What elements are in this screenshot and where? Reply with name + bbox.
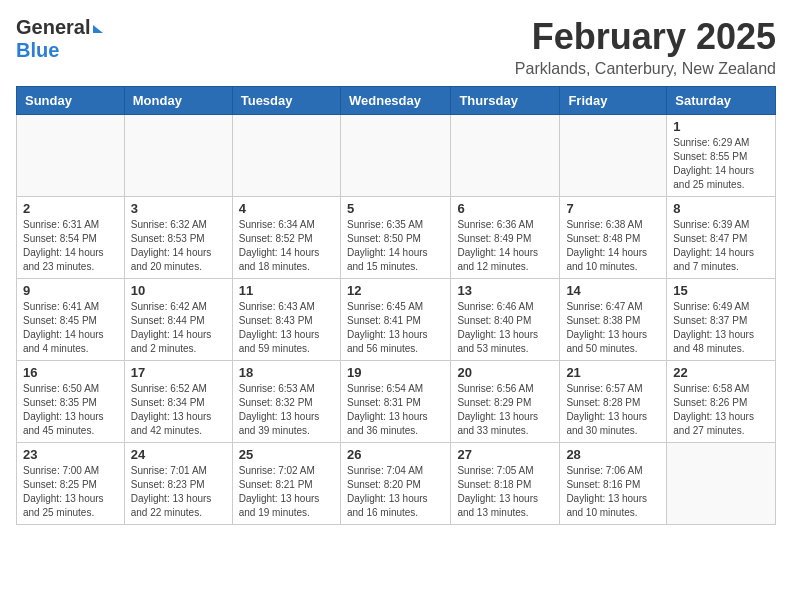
day-info: Sunrise: 6:54 AM Sunset: 8:31 PM Dayligh…	[347, 382, 444, 438]
day-info: Sunrise: 6:50 AM Sunset: 8:35 PM Dayligh…	[23, 382, 118, 438]
day-number: 3	[131, 201, 226, 216]
day-info: Sunrise: 6:57 AM Sunset: 8:28 PM Dayligh…	[566, 382, 660, 438]
logo-text: General Blue	[16, 16, 103, 62]
location-title: Parklands, Canterbury, New Zealand	[515, 60, 776, 78]
table-row	[451, 115, 560, 197]
table-row: 6Sunrise: 6:36 AM Sunset: 8:49 PM Daylig…	[451, 197, 560, 279]
table-row: 28Sunrise: 7:06 AM Sunset: 8:16 PM Dayli…	[560, 443, 667, 525]
day-number: 5	[347, 201, 444, 216]
day-info: Sunrise: 7:05 AM Sunset: 8:18 PM Dayligh…	[457, 464, 553, 520]
table-row: 8Sunrise: 6:39 AM Sunset: 8:47 PM Daylig…	[667, 197, 776, 279]
day-number: 12	[347, 283, 444, 298]
table-row: 5Sunrise: 6:35 AM Sunset: 8:50 PM Daylig…	[340, 197, 450, 279]
day-number: 22	[673, 365, 769, 380]
table-row: 26Sunrise: 7:04 AM Sunset: 8:20 PM Dayli…	[340, 443, 450, 525]
table-row: 2Sunrise: 6:31 AM Sunset: 8:54 PM Daylig…	[17, 197, 125, 279]
day-info: Sunrise: 6:36 AM Sunset: 8:49 PM Dayligh…	[457, 218, 553, 274]
header-thursday: Thursday	[451, 87, 560, 115]
day-number: 7	[566, 201, 660, 216]
day-info: Sunrise: 6:46 AM Sunset: 8:40 PM Dayligh…	[457, 300, 553, 356]
day-number: 19	[347, 365, 444, 380]
day-number: 16	[23, 365, 118, 380]
day-info: Sunrise: 6:38 AM Sunset: 8:48 PM Dayligh…	[566, 218, 660, 274]
table-row: 21Sunrise: 6:57 AM Sunset: 8:28 PM Dayli…	[560, 361, 667, 443]
day-info: Sunrise: 7:02 AM Sunset: 8:21 PM Dayligh…	[239, 464, 334, 520]
logo-blue: Blue	[16, 39, 103, 62]
day-number: 10	[131, 283, 226, 298]
table-row: 22Sunrise: 6:58 AM Sunset: 8:26 PM Dayli…	[667, 361, 776, 443]
table-row	[560, 115, 667, 197]
day-number: 25	[239, 447, 334, 462]
table-row: 9Sunrise: 6:41 AM Sunset: 8:45 PM Daylig…	[17, 279, 125, 361]
table-row: 1Sunrise: 6:29 AM Sunset: 8:55 PM Daylig…	[667, 115, 776, 197]
month-title: February 2025	[515, 16, 776, 58]
calendar-week-row: 16Sunrise: 6:50 AM Sunset: 8:35 PM Dayli…	[17, 361, 776, 443]
day-number: 14	[566, 283, 660, 298]
table-row: 24Sunrise: 7:01 AM Sunset: 8:23 PM Dayli…	[124, 443, 232, 525]
day-number: 26	[347, 447, 444, 462]
day-number: 21	[566, 365, 660, 380]
table-row: 23Sunrise: 7:00 AM Sunset: 8:25 PM Dayli…	[17, 443, 125, 525]
table-row: 10Sunrise: 6:42 AM Sunset: 8:44 PM Dayli…	[124, 279, 232, 361]
day-info: Sunrise: 6:53 AM Sunset: 8:32 PM Dayligh…	[239, 382, 334, 438]
table-row: 25Sunrise: 7:02 AM Sunset: 8:21 PM Dayli…	[232, 443, 340, 525]
table-row: 27Sunrise: 7:05 AM Sunset: 8:18 PM Dayli…	[451, 443, 560, 525]
header-sunday: Sunday	[17, 87, 125, 115]
day-info: Sunrise: 6:41 AM Sunset: 8:45 PM Dayligh…	[23, 300, 118, 356]
logo: General Blue	[16, 16, 103, 62]
day-info: Sunrise: 7:06 AM Sunset: 8:16 PM Dayligh…	[566, 464, 660, 520]
calendar-week-row: 1Sunrise: 6:29 AM Sunset: 8:55 PM Daylig…	[17, 115, 776, 197]
day-info: Sunrise: 7:01 AM Sunset: 8:23 PM Dayligh…	[131, 464, 226, 520]
day-info: Sunrise: 6:39 AM Sunset: 8:47 PM Dayligh…	[673, 218, 769, 274]
table-row	[340, 115, 450, 197]
day-number: 17	[131, 365, 226, 380]
day-number: 27	[457, 447, 553, 462]
day-number: 2	[23, 201, 118, 216]
day-number: 23	[23, 447, 118, 462]
table-row: 11Sunrise: 6:43 AM Sunset: 8:43 PM Dayli…	[232, 279, 340, 361]
day-number: 1	[673, 119, 769, 134]
table-row	[124, 115, 232, 197]
day-info: Sunrise: 6:58 AM Sunset: 8:26 PM Dayligh…	[673, 382, 769, 438]
day-info: Sunrise: 6:42 AM Sunset: 8:44 PM Dayligh…	[131, 300, 226, 356]
day-number: 11	[239, 283, 334, 298]
page-header: General Blue February 2025 Parklands, Ca…	[16, 16, 776, 78]
day-info: Sunrise: 6:52 AM Sunset: 8:34 PM Dayligh…	[131, 382, 226, 438]
day-number: 28	[566, 447, 660, 462]
day-number: 15	[673, 283, 769, 298]
table-row: 15Sunrise: 6:49 AM Sunset: 8:37 PM Dayli…	[667, 279, 776, 361]
day-info: Sunrise: 6:47 AM Sunset: 8:38 PM Dayligh…	[566, 300, 660, 356]
day-info: Sunrise: 6:29 AM Sunset: 8:55 PM Dayligh…	[673, 136, 769, 192]
table-row: 17Sunrise: 6:52 AM Sunset: 8:34 PM Dayli…	[124, 361, 232, 443]
day-number: 13	[457, 283, 553, 298]
day-info: Sunrise: 6:34 AM Sunset: 8:52 PM Dayligh…	[239, 218, 334, 274]
logo-general: General	[16, 16, 103, 39]
day-info: Sunrise: 6:31 AM Sunset: 8:54 PM Dayligh…	[23, 218, 118, 274]
table-row	[667, 443, 776, 525]
day-number: 8	[673, 201, 769, 216]
day-number: 24	[131, 447, 226, 462]
header-friday: Friday	[560, 87, 667, 115]
day-info: Sunrise: 7:04 AM Sunset: 8:20 PM Dayligh…	[347, 464, 444, 520]
calendar-week-row: 2Sunrise: 6:31 AM Sunset: 8:54 PM Daylig…	[17, 197, 776, 279]
day-info: Sunrise: 6:56 AM Sunset: 8:29 PM Dayligh…	[457, 382, 553, 438]
day-info: Sunrise: 6:32 AM Sunset: 8:53 PM Dayligh…	[131, 218, 226, 274]
table-row: 3Sunrise: 6:32 AM Sunset: 8:53 PM Daylig…	[124, 197, 232, 279]
day-number: 6	[457, 201, 553, 216]
table-row: 4Sunrise: 6:34 AM Sunset: 8:52 PM Daylig…	[232, 197, 340, 279]
header-monday: Monday	[124, 87, 232, 115]
table-row: 19Sunrise: 6:54 AM Sunset: 8:31 PM Dayli…	[340, 361, 450, 443]
table-row: 12Sunrise: 6:45 AM Sunset: 8:41 PM Dayli…	[340, 279, 450, 361]
table-row: 7Sunrise: 6:38 AM Sunset: 8:48 PM Daylig…	[560, 197, 667, 279]
header-wednesday: Wednesday	[340, 87, 450, 115]
header-saturday: Saturday	[667, 87, 776, 115]
day-info: Sunrise: 7:00 AM Sunset: 8:25 PM Dayligh…	[23, 464, 118, 520]
table-row	[17, 115, 125, 197]
day-info: Sunrise: 6:35 AM Sunset: 8:50 PM Dayligh…	[347, 218, 444, 274]
day-number: 9	[23, 283, 118, 298]
calendar-week-row: 9Sunrise: 6:41 AM Sunset: 8:45 PM Daylig…	[17, 279, 776, 361]
table-row: 20Sunrise: 6:56 AM Sunset: 8:29 PM Dayli…	[451, 361, 560, 443]
table-row: 18Sunrise: 6:53 AM Sunset: 8:32 PM Dayli…	[232, 361, 340, 443]
day-info: Sunrise: 6:45 AM Sunset: 8:41 PM Dayligh…	[347, 300, 444, 356]
table-row: 16Sunrise: 6:50 AM Sunset: 8:35 PM Dayli…	[17, 361, 125, 443]
